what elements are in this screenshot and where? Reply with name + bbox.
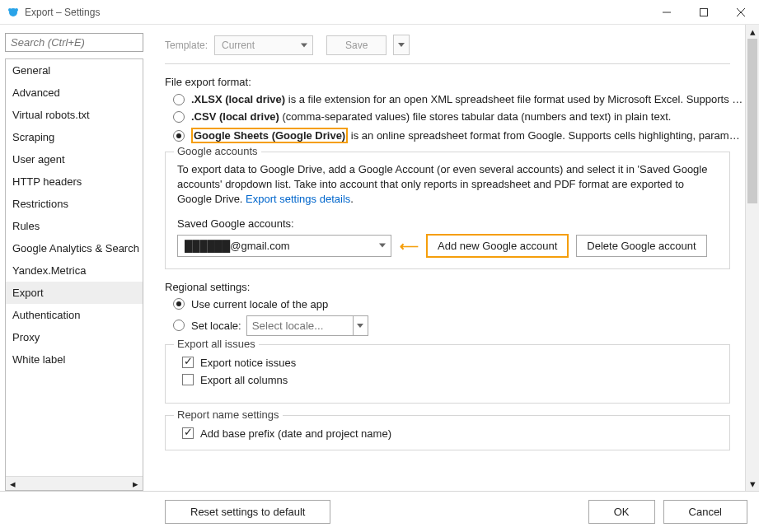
radio-icon[interactable] — [173, 111, 185, 123]
sidebar-item-user-agent[interactable]: User agent — [6, 148, 143, 170]
export-all-issues-fieldset: Export all issues Export notice issues E… — [165, 344, 730, 404]
sidebar-item-rules[interactable]: Rules — [6, 215, 143, 237]
radio-icon[interactable] — [173, 320, 185, 331]
sidebar-h-scrollbar[interactable]: ◂ ▸ — [6, 476, 143, 490]
export-notice-issues-check[interactable]: Export notice issues — [182, 357, 718, 369]
regional-option-set-locale[interactable]: Set locale: — [173, 315, 745, 336]
template-save-split[interactable] — [393, 35, 410, 55]
saved-accounts-select[interactable]: ██████@gmail.com — [177, 235, 391, 257]
file-export-format-label: File export format: — [165, 76, 745, 88]
fef-option-xlsx[interactable]: .XLSX (local drive) is a file extension … — [173, 93, 745, 105]
sidebar-item-white-label[interactable]: White label — [6, 348, 143, 371]
scroll-up-icon[interactable]: ▴ — [746, 25, 759, 39]
sidebar: General Advanced Virtual robots.txt Scra… — [0, 25, 148, 491]
footer: Reset settings to default OK Cancel — [0, 491, 759, 532]
window-title: Export – Settings — [25, 7, 100, 18]
content-v-scrollbar[interactable]: ▴ ▾ — [745, 25, 759, 491]
locale-caret[interactable] — [354, 315, 368, 336]
sidebar-item-http-headers[interactable]: HTTP headers — [6, 170, 143, 193]
minimize-button[interactable] — [648, 0, 685, 25]
regional-option-current[interactable]: Use current locale of the app — [173, 298, 745, 310]
sidebar-item-yandex[interactable]: Yandex.Metrica — [6, 259, 143, 282]
add-base-prefix-check[interactable]: Add base prefix (date and project name) — [182, 427, 718, 440]
checkbox-icon[interactable] — [182, 374, 194, 385]
fieldset-legend: Google accounts — [174, 145, 261, 157]
checkbox-icon[interactable] — [182, 427, 194, 439]
fieldset-legend: Report name settings — [174, 408, 283, 421]
scroll-left-icon[interactable]: ◂ — [6, 477, 20, 490]
nav-list: General Advanced Virtual robots.txt Scra… — [5, 58, 143, 491]
search-input-wrap[interactable] — [5, 33, 143, 52]
delete-google-account-button[interactable]: Delete Google account — [576, 235, 706, 257]
svg-point-2 — [15, 8, 18, 12]
sidebar-item-authentication[interactable]: Authentication — [6, 304, 143, 326]
app-icon — [7, 6, 20, 19]
sidebar-item-ga-sc[interactable]: Google Analytics & Search Co — [6, 237, 143, 259]
sidebar-item-virtual-robots[interactable]: Virtual robots.txt — [6, 104, 143, 126]
export-settings-details-link[interactable]: Export settings details — [246, 193, 350, 205]
chevron-down-icon — [379, 244, 386, 248]
regional-settings-label: Regional settings: — [165, 281, 745, 293]
template-select[interactable]: Current — [214, 35, 313, 55]
report-name-settings-fieldset: Report name settings Add base prefix (da… — [165, 415, 730, 450]
close-button[interactable] — [722, 0, 759, 25]
radio-icon[interactable] — [173, 130, 185, 142]
fieldset-legend: Export all issues — [174, 338, 259, 350]
scroll-right-icon[interactable]: ▸ — [129, 477, 143, 490]
checkbox-icon[interactable] — [182, 357, 194, 368]
saved-accounts-label: Saved Google accounts: — [177, 217, 718, 230]
chevron-down-icon — [357, 324, 363, 328]
sidebar-item-general[interactable]: General — [6, 59, 143, 82]
fef-option-csv[interactable]: .CSV (local drive) (comma-separated valu… — [173, 110, 745, 123]
scrollbar-thumb[interactable] — [747, 39, 757, 203]
chevron-down-icon — [301, 43, 307, 47]
template-row: Template: Current Save — [165, 35, 745, 55]
search-input[interactable] — [11, 36, 138, 49]
divider — [165, 63, 730, 64]
cancel-button[interactable]: Cancel — [663, 500, 747, 524]
svg-rect-4 — [700, 8, 707, 16]
export-all-columns-check[interactable]: Export all columns — [182, 374, 718, 386]
sidebar-item-restrictions[interactable]: Restrictions — [6, 193, 143, 215]
sidebar-item-advanced[interactable]: Advanced — [6, 82, 143, 104]
arrow-left-icon: ⟵ — [400, 238, 419, 254]
template-label: Template: — [165, 40, 208, 51]
svg-point-1 — [8, 8, 12, 12]
locale-select[interactable] — [246, 315, 354, 336]
sidebar-item-proxy[interactable]: Proxy — [6, 326, 143, 348]
scroll-down-icon[interactable]: ▾ — [746, 477, 759, 491]
chevron-down-icon — [398, 43, 405, 47]
sidebar-item-export[interactable]: Export — [6, 282, 143, 304]
template-save-button[interactable]: Save — [326, 35, 387, 55]
titlebar: Export – Settings — [0, 0, 759, 25]
fef-option-google-sheets[interactable]: Google Sheets (Google Drive) is an onlin… — [173, 128, 745, 143]
google-accounts-fieldset: Google accounts To export data to Google… — [165, 152, 730, 269]
ga-description: To export data to Google Drive, add a Go… — [177, 162, 718, 208]
add-google-account-button[interactable]: Add new Google account — [427, 235, 568, 257]
maximize-button[interactable] — [685, 0, 722, 25]
radio-icon[interactable] — [173, 298, 185, 310]
reset-settings-button[interactable]: Reset settings to default — [165, 500, 330, 524]
radio-icon[interactable] — [173, 94, 185, 105]
ok-button[interactable]: OK — [588, 500, 655, 524]
sidebar-item-scraping[interactable]: Scraping — [6, 126, 143, 148]
